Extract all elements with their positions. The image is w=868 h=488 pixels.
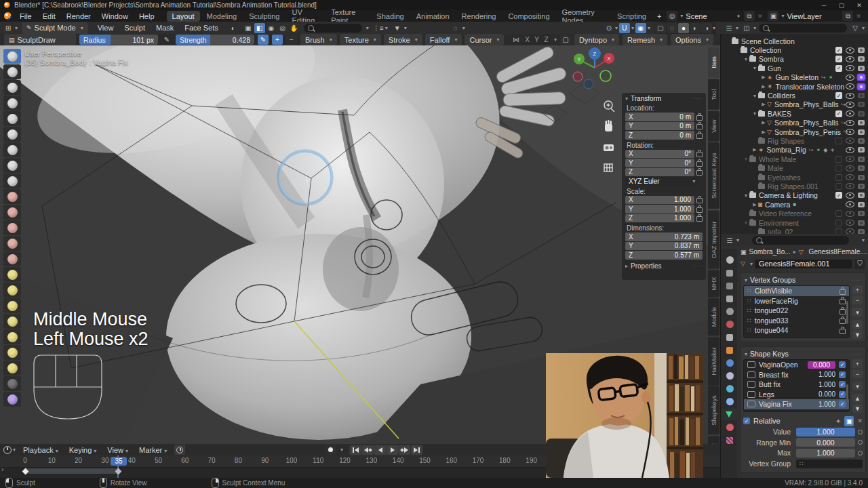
sidebar-tab-tool[interactable]: Tool bbox=[708, 79, 719, 110]
shape-key-mute-checkbox[interactable]: ✓ bbox=[839, 371, 846, 378]
brush-tool-clay[interactable] bbox=[3, 80, 21, 95]
xray-toggle-icon[interactable]: ▢ bbox=[655, 23, 666, 33]
render-visibility-icon[interactable] bbox=[858, 120, 865, 125]
vg-move-up-button[interactable]: ▲ bbox=[852, 320, 863, 329]
rendered-shading-icon[interactable]: ◑ bbox=[701, 23, 712, 33]
render-visibility-icon[interactable] bbox=[858, 66, 865, 71]
sk-add-button[interactable]: + bbox=[852, 359, 863, 368]
outliner-row[interactable]: ▶▽Sombra_Phys_Balls↪ bbox=[725, 119, 868, 127]
snapping-dropdown[interactable]: ▼▾ bbox=[392, 23, 407, 33]
menu-help[interactable]: Help bbox=[134, 12, 160, 20]
timeline-menu-marker[interactable]: Marker bbox=[134, 446, 172, 454]
outliner-row[interactable]: ▶▽Sombra_Phys_Penis↪ bbox=[725, 127, 868, 136]
vertex-group-row[interactable]: ∷ClothVisible bbox=[744, 286, 849, 296]
vg-collapse-icon[interactable]: ▾ bbox=[745, 277, 747, 283]
current-frame-badge[interactable]: 35 bbox=[111, 457, 127, 466]
prev-keyframe-button[interactable] bbox=[362, 445, 374, 455]
pivot-point-dropdown[interactable]: ⊙▾ bbox=[604, 23, 618, 33]
render-visibility-icon[interactable] bbox=[858, 84, 865, 89]
editor-type-button[interactable]: ⊞▾ bbox=[3, 23, 18, 33]
auto-keying-icon[interactable] bbox=[326, 445, 336, 455]
brush-dropdown-stroke[interactable]: Stroke bbox=[384, 34, 422, 45]
value-slider[interactable]: 1.000 bbox=[796, 428, 855, 436]
shape-key-value[interactable]: 1.000 bbox=[818, 381, 835, 388]
brush-tool-clay-strips[interactable] bbox=[3, 96, 21, 110]
disclosure-icon[interactable]: ▶ bbox=[760, 84, 767, 89]
outliner-checkbox[interactable] bbox=[835, 183, 842, 190]
viewport-menu-sculpt[interactable]: Sculpt bbox=[119, 24, 151, 32]
shape-key-mute-checkbox[interactable]: ✓ bbox=[839, 401, 846, 407]
mode-dropdown[interactable]: ✎Sculpt Mode bbox=[22, 22, 88, 34]
outliner-checkbox[interactable] bbox=[835, 165, 842, 171]
shape-key-row[interactable]: VaginaOpen0.000✓ bbox=[744, 360, 849, 370]
value-animate-dot[interactable] bbox=[858, 430, 863, 434]
outliner-checkbox[interactable]: ✓ bbox=[835, 65, 842, 72]
properties-tab-collection[interactable] bbox=[722, 331, 737, 343]
vertex-group-row[interactable]: ∷tongue044 bbox=[744, 325, 849, 336]
brush-tool-thumb[interactable] bbox=[3, 314, 21, 329]
transform-scale-y-field[interactable]: Y1.000 bbox=[625, 205, 694, 214]
range-min-animate-dot[interactable] bbox=[858, 440, 863, 445]
properties-tab-output[interactable] bbox=[722, 280, 737, 291]
sidebar-tab-item[interactable]: Item bbox=[708, 47, 719, 78]
disclosure-icon[interactable]: ▶ bbox=[760, 102, 767, 107]
render-visibility-icon[interactable] bbox=[858, 220, 865, 226]
disclosure-icon[interactable]: ▶ bbox=[751, 202, 758, 207]
brush-tool-nudge[interactable] bbox=[3, 345, 21, 360]
facesets-visibility-icon[interactable]: ▣ bbox=[243, 23, 254, 33]
properties-tab-scene[interactable] bbox=[722, 306, 737, 317]
radius-slider[interactable]: Radius101 px bbox=[79, 35, 158, 45]
brush-selector[interactable]: ▤SculptDraw bbox=[4, 34, 76, 45]
render-visibility-icon[interactable] bbox=[858, 165, 865, 171]
brush-tool-blob[interactable] bbox=[3, 142, 21, 157]
workspace-tab-animation[interactable]: Animation bbox=[411, 11, 455, 22]
outliner-row[interactable]: Male bbox=[725, 163, 868, 172]
shape-key-row[interactable]: Breast fix1.000✓ bbox=[744, 370, 849, 380]
outliner-checkbox[interactable]: ✓ bbox=[835, 192, 842, 199]
minimize-button[interactable]: ─ bbox=[815, 1, 833, 10]
hide-eye-icon[interactable] bbox=[846, 47, 854, 54]
hide-eye-icon[interactable] bbox=[846, 228, 854, 234]
viewlayer-selector[interactable]: ▣▾ ViewLayer ⧉ ✕ bbox=[768, 11, 861, 21]
transform-scale-x-field[interactable]: X1.000 bbox=[625, 196, 694, 205]
outliner-editor-button[interactable]: ☰▾ bbox=[724, 23, 738, 33]
vg-remove-button[interactable]: − bbox=[852, 296, 863, 304]
transform-orientation-dropdown[interactable]: ⋮≡▾ bbox=[373, 23, 388, 33]
outliner-row[interactable]: ▼Whole Male bbox=[725, 155, 868, 163]
breadcrumb-object[interactable]: Sombra_Bo... bbox=[749, 248, 791, 256]
hide-eye-icon[interactable] bbox=[846, 110, 854, 117]
disclosure-icon[interactable]: ▼ bbox=[743, 193, 749, 198]
sidebar-tab-module[interactable]: Module bbox=[708, 298, 719, 336]
solid-shading-icon[interactable]: ● bbox=[678, 23, 689, 33]
lock-icon[interactable] bbox=[696, 115, 703, 121]
add-workspace-button[interactable]: + bbox=[652, 12, 667, 20]
outliner-checkbox[interactable] bbox=[835, 220, 842, 226]
shape-key-row[interactable]: Vagina Fix1.000✓ bbox=[744, 399, 849, 409]
disclosure-icon[interactable]: ▶ bbox=[760, 120, 767, 125]
timeline-menu-view[interactable]: View bbox=[102, 446, 134, 454]
lock-icon[interactable] bbox=[696, 170, 703, 176]
disclosure-icon[interactable]: ▼ bbox=[743, 220, 749, 225]
outliner-row[interactable]: sofa_02 bbox=[725, 227, 868, 234]
brush-tool-elastic-deform[interactable] bbox=[3, 283, 21, 298]
workspace-tab-rendering[interactable]: Rendering bbox=[456, 11, 502, 22]
hide-eye-icon[interactable] bbox=[846, 147, 854, 153]
brush-tool-draw-sharp[interactable] bbox=[3, 64, 21, 79]
outliner-row[interactable]: ▶◙Camera■ bbox=[725, 200, 868, 209]
pin-icon[interactable]: ✦ bbox=[736, 13, 741, 20]
properties-tab-constraints[interactable] bbox=[722, 396, 737, 407]
jump-to-end-button[interactable] bbox=[411, 445, 422, 455]
radius-pressure-icon[interactable]: ✎ bbox=[161, 35, 172, 45]
brush-tool-layer[interactable] bbox=[3, 111, 21, 126]
wireframe-shading-icon[interactable]: ◌ bbox=[667, 23, 677, 33]
disclosure-icon[interactable]: ▶ bbox=[760, 75, 767, 80]
hide-eye-icon[interactable] bbox=[846, 75, 854, 81]
workspace-tab-geometry-nodes[interactable]: Geometry Nodes bbox=[557, 11, 611, 22]
sidebar-tab-mhx[interactable]: MHX bbox=[708, 270, 719, 298]
next-keyframe-button[interactable] bbox=[399, 445, 410, 455]
hide-eye-icon[interactable] bbox=[846, 174, 854, 180]
brush-tool-pinch[interactable] bbox=[3, 251, 21, 266]
shape-key-value[interactable]: 1.000 bbox=[818, 371, 835, 378]
range-max-animate-dot[interactable] bbox=[858, 451, 863, 455]
brush-tool-snake-hook[interactable] bbox=[3, 298, 21, 313]
